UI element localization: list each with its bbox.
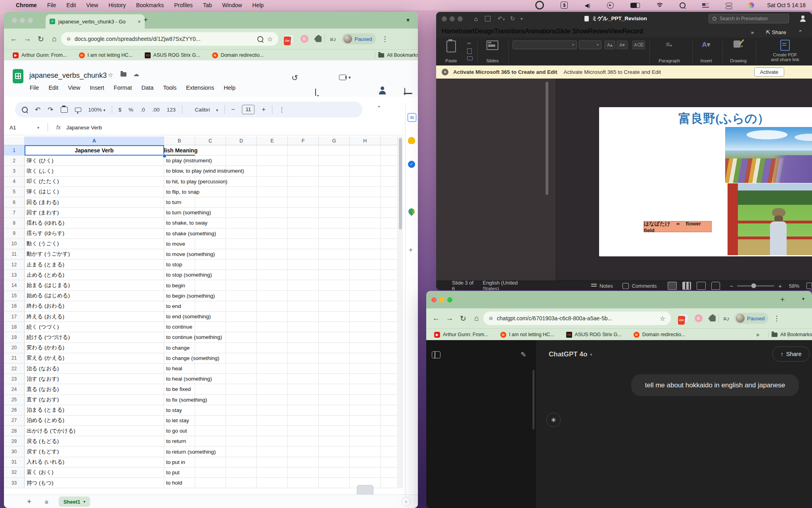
tab-search-chevron[interactable]: ▾ bbox=[406, 16, 410, 24]
cell-E30[interactable] bbox=[257, 446, 288, 457]
cell-B6[interactable]: to turn bbox=[164, 197, 195, 208]
forward-button[interactable]: → bbox=[21, 35, 34, 43]
cell-partial-10[interactable] bbox=[381, 239, 398, 249]
cell-H32[interactable] bbox=[350, 468, 381, 478]
cell-partial-12[interactable] bbox=[381, 260, 398, 270]
cell-F29[interactable] bbox=[288, 436, 319, 446]
cell-C28[interactable] bbox=[195, 426, 226, 436]
cell-F11[interactable] bbox=[288, 249, 319, 260]
comments-icon[interactable] bbox=[622, 283, 629, 289]
cell-H27[interactable] bbox=[350, 416, 381, 426]
cell-A8[interactable]: 揺れる (ゆれる) bbox=[25, 218, 164, 228]
cell-G27[interactable] bbox=[319, 416, 350, 426]
cell-H12[interactable] bbox=[350, 260, 381, 270]
cell-A7[interactable]: 回す (まわす) bbox=[25, 208, 164, 218]
all-sheets-button[interactable]: ≡ bbox=[45, 498, 48, 505]
cell-D4[interactable] bbox=[226, 177, 257, 187]
column-header-A[interactable]: A bbox=[25, 137, 164, 145]
cell-G6[interactable] bbox=[319, 197, 350, 208]
menu-extensions[interactable]: Extensions bbox=[182, 83, 218, 92]
cell-H22[interactable] bbox=[350, 364, 381, 374]
decrease-font-size-button[interactable]: − bbox=[231, 106, 235, 113]
share-chat-button[interactable]: ↑Share bbox=[772, 346, 810, 362]
cell-G15[interactable] bbox=[319, 291, 350, 301]
comments-icon[interactable] bbox=[315, 89, 316, 96]
row-header-16[interactable]: 16 bbox=[4, 301, 25, 312]
column-header-F[interactable]: F bbox=[288, 137, 319, 145]
cell-partial-2[interactable] bbox=[381, 156, 398, 166]
bookmark-1[interactable]: ▶Arthur Gunn: From... bbox=[434, 332, 488, 338]
cell-B25[interactable]: to fix (something) bbox=[164, 395, 195, 405]
spotlight-icon[interactable] bbox=[680, 2, 686, 8]
cell-H19[interactable] bbox=[350, 332, 381, 343]
menubar-item-help[interactable]: Help bbox=[252, 2, 264, 8]
cell-B15[interactable]: to begin (something) bbox=[164, 291, 195, 301]
cell-B8[interactable]: to shake, to sway bbox=[164, 218, 195, 228]
cell-B28[interactable]: to go out bbox=[164, 426, 195, 436]
cell-E23[interactable] bbox=[257, 374, 288, 384]
cell-partial-31[interactable] bbox=[381, 457, 398, 468]
cell-H2[interactable] bbox=[350, 156, 381, 166]
cell-H24[interactable] bbox=[350, 384, 381, 394]
version-history-icon[interactable]: ↺ bbox=[291, 73, 298, 83]
zoom-in-button[interactable]: + bbox=[778, 283, 782, 289]
cell-G16[interactable] bbox=[319, 301, 350, 312]
cell-partial-7[interactable] bbox=[381, 208, 398, 218]
cell-B18[interactable]: to continue bbox=[164, 322, 195, 332]
cell-F32[interactable] bbox=[288, 468, 319, 478]
cell-G29[interactable] bbox=[319, 436, 350, 446]
copy-icon[interactable] bbox=[467, 48, 472, 54]
cell-G30[interactable] bbox=[319, 446, 350, 457]
cell-F25[interactable] bbox=[288, 395, 319, 405]
cell-G21[interactable] bbox=[319, 353, 350, 364]
account-person-icon[interactable] bbox=[799, 15, 806, 22]
cell-E31[interactable] bbox=[257, 457, 288, 468]
insert-button[interactable]: A▾ bbox=[697, 40, 715, 49]
menubar-item-window[interactable]: Window bbox=[222, 2, 242, 8]
font-name-select[interactable]: ▾ bbox=[513, 40, 577, 49]
ribbon-tab-review[interactable]: Review bbox=[588, 28, 609, 35]
cell-B10[interactable]: to move bbox=[164, 239, 195, 249]
normal-view-button[interactable] bbox=[668, 282, 677, 290]
reading-list-icon[interactable]: ≡♪ bbox=[723, 315, 730, 322]
cell-B2[interactable]: to play (instrument) bbox=[164, 156, 195, 166]
cell-H26[interactable] bbox=[350, 405, 381, 416]
cell-D17[interactable] bbox=[226, 312, 257, 322]
back-button[interactable]: ← bbox=[429, 314, 443, 323]
grow-font-button[interactable]: A▴ bbox=[604, 40, 615, 49]
cell-E4[interactable] bbox=[257, 177, 288, 187]
cell-G22[interactable] bbox=[319, 364, 350, 374]
toolbar-search-icon[interactable] bbox=[22, 107, 28, 113]
menubar-item-edit[interactable]: Edit bbox=[66, 2, 76, 8]
cell-E10[interactable] bbox=[257, 239, 288, 249]
redo-icon[interactable]: ↻ bbox=[510, 15, 515, 22]
cell-D32[interactable] bbox=[226, 468, 257, 478]
zoom-page-icon[interactable] bbox=[257, 36, 263, 42]
font-size-input[interactable]: 11 bbox=[242, 105, 255, 114]
cell-B12[interactable]: to stop bbox=[164, 260, 195, 270]
cell-G9[interactable] bbox=[319, 229, 350, 239]
slide-canvas[interactable]: 富良野(ふらの） bbox=[599, 107, 812, 256]
row-header-4[interactable]: 4 bbox=[4, 177, 25, 187]
cell-C32[interactable] bbox=[195, 468, 226, 478]
print-icon[interactable] bbox=[61, 107, 68, 113]
increase-decimal-button[interactable]: .00 bbox=[152, 107, 160, 113]
bookmark-1[interactable]: ▶Arthur Gunn: From... bbox=[13, 52, 67, 58]
cut-icon[interactable]: ✂ bbox=[467, 40, 471, 46]
browser-menu-icon[interactable]: ⋮ bbox=[381, 35, 388, 43]
cell-G31[interactable] bbox=[319, 457, 350, 468]
menu-format[interactable]: Format bbox=[110, 83, 136, 92]
cell-D29[interactable] bbox=[226, 436, 257, 446]
thumbnail-scrollbar[interactable] bbox=[546, 82, 548, 195]
cell-E19[interactable] bbox=[257, 332, 288, 343]
cell-partial-29[interactable] bbox=[381, 436, 398, 446]
ribbon-tab-transitions[interactable]: Transitions bbox=[494, 28, 525, 35]
row-header-22[interactable]: 22 bbox=[4, 364, 25, 374]
cell-F1[interactable] bbox=[288, 145, 319, 156]
cell-H9[interactable] bbox=[350, 229, 381, 239]
column-header-C[interactable]: C bbox=[195, 137, 226, 145]
add-sheet-button[interactable]: + bbox=[27, 497, 31, 506]
fill-handle[interactable] bbox=[163, 154, 167, 158]
cell-H10[interactable] bbox=[350, 239, 381, 249]
cell-F19[interactable] bbox=[288, 332, 319, 343]
